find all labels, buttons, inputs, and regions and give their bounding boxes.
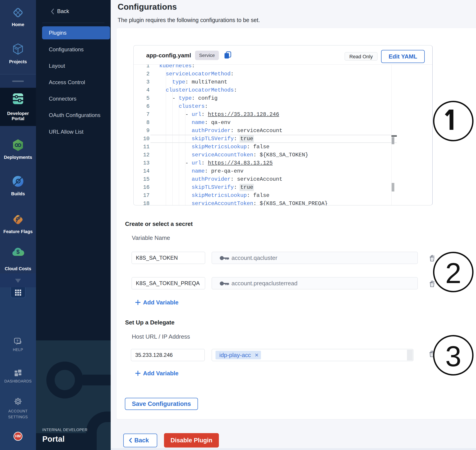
svg-text:$: $ — [16, 249, 20, 255]
svg-text:?: ? — [16, 339, 18, 343]
